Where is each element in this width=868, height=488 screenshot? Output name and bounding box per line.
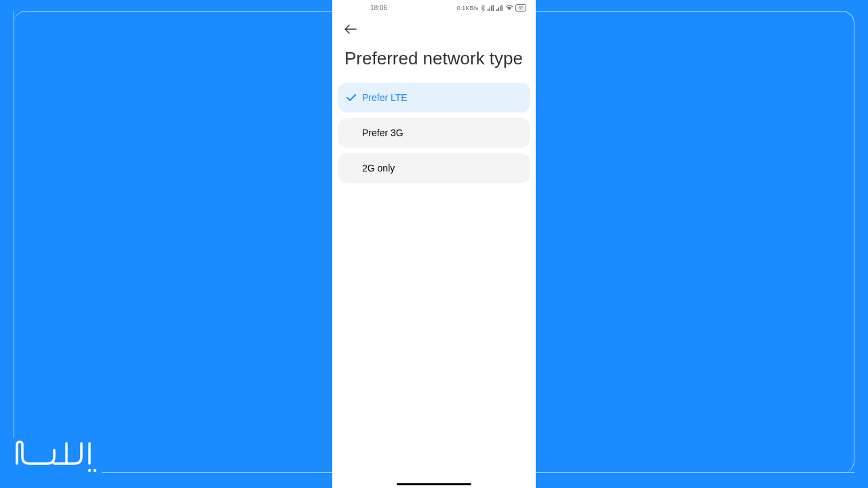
brand-logo	[14, 436, 102, 481]
option-2g-only[interactable]: 2G only	[338, 153, 530, 183]
svg-rect-2	[488, 9, 489, 11]
options-list: Prefer LTE Prefer 3G 2G only	[332, 83, 536, 183]
check-icon	[346, 94, 357, 102]
page-title: Preferred network type	[332, 41, 536, 83]
option-label: Prefer LTE	[362, 92, 408, 103]
svg-rect-6	[496, 9, 498, 11]
status-icons: 0.1KB/s 85	[457, 4, 526, 12]
svg-rect-3	[490, 7, 491, 11]
option-prefer-3g[interactable]: Prefer 3G	[338, 118, 530, 148]
back-button[interactable]	[344, 22, 358, 36]
phone-screen: 18:06 0.1KB/s 85 Preferred network type	[332, 0, 536, 488]
status-bar: 18:06 0.1KB/s 85	[332, 0, 536, 14]
svg-rect-7	[498, 7, 500, 11]
svg-rect-4	[491, 6, 492, 11]
option-prefer-lte[interactable]: Prefer LTE	[338, 83, 530, 113]
nav-bar	[332, 14, 536, 41]
option-label: 2G only	[362, 163, 395, 174]
signal-icon	[488, 5, 494, 11]
svg-point-0	[88, 469, 91, 472]
wifi-icon	[505, 5, 513, 11]
home-indicator[interactable]	[397, 483, 471, 485]
option-label: Prefer 3G	[362, 127, 403, 138]
svg-point-1	[94, 469, 96, 472]
battery-icon: 85	[515, 4, 526, 12]
arrow-left-icon	[344, 24, 357, 34]
status-time: 18:06	[370, 4, 387, 12]
bluetooth-icon	[480, 5, 486, 12]
svg-rect-8	[500, 6, 501, 11]
svg-rect-5	[493, 5, 494, 11]
data-rate: 0.1KB/s	[457, 5, 479, 12]
signal-icon-2	[496, 5, 503, 11]
frame-border-left	[14, 11, 14, 438]
svg-rect-9	[502, 5, 503, 11]
